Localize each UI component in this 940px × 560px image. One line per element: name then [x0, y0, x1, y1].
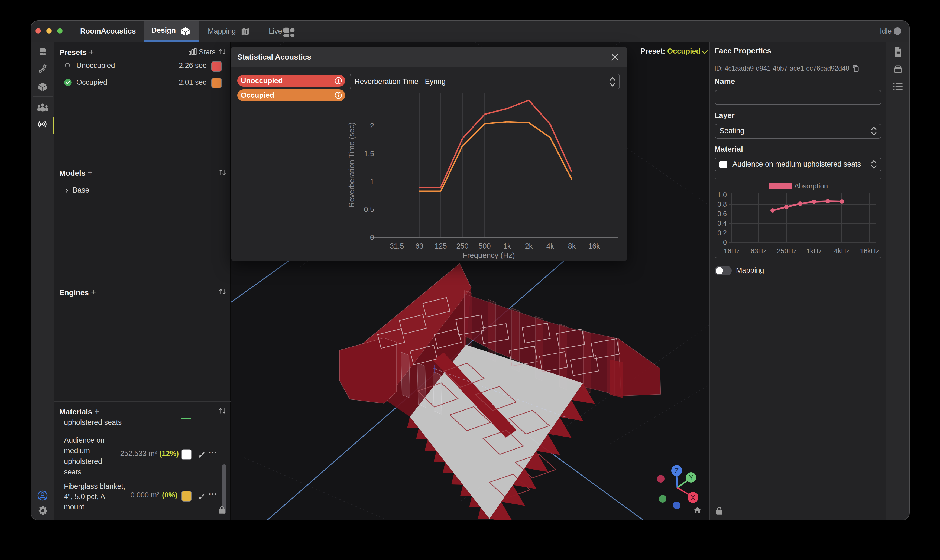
svg-text:0: 0 [723, 238, 727, 246]
svg-text:1kHz: 1kHz [806, 247, 822, 255]
svg-text:1.5: 1.5 [364, 150, 374, 158]
svg-text:0.5: 0.5 [364, 206, 374, 214]
svg-text:31.5: 31.5 [390, 242, 404, 250]
svg-text:2k: 2k [525, 242, 533, 250]
svg-text:16kHz: 16kHz [860, 247, 879, 255]
svg-text:2: 2 [370, 122, 374, 130]
svg-text:250: 250 [456, 242, 468, 250]
svg-text:4k: 4k [546, 242, 554, 250]
svg-text:1k: 1k [503, 242, 511, 250]
svg-text:0: 0 [370, 234, 374, 242]
svg-text:125: 125 [435, 242, 447, 250]
svg-text:8k: 8k [568, 242, 576, 250]
svg-text:63Hz: 63Hz [750, 247, 766, 255]
svg-text:4kHz: 4kHz [834, 247, 849, 255]
svg-text:250Hz: 250Hz [777, 247, 797, 255]
svg-text:X: X [691, 494, 695, 501]
svg-text:16k: 16k [588, 242, 600, 250]
svg-text:16Hz: 16Hz [724, 247, 740, 255]
svg-text:Absorption: Absorption [794, 182, 828, 190]
svg-text:0.8: 0.8 [717, 200, 727, 208]
svg-text:0.4: 0.4 [717, 219, 727, 227]
svg-text:1.0: 1.0 [717, 191, 727, 198]
svg-text:Frequency (Hz): Frequency (Hz) [463, 251, 515, 259]
svg-text:1: 1 [370, 178, 374, 186]
svg-text:Z: Z [675, 467, 679, 474]
svg-text:0.6: 0.6 [717, 210, 727, 217]
svg-text:Y: Y [689, 474, 693, 481]
svg-text:63: 63 [415, 242, 424, 250]
svg-text:500: 500 [478, 242, 491, 250]
svg-text:Reverberation Time (sec): Reverberation Time (sec) [347, 122, 356, 208]
svg-text:0.2: 0.2 [717, 229, 727, 237]
